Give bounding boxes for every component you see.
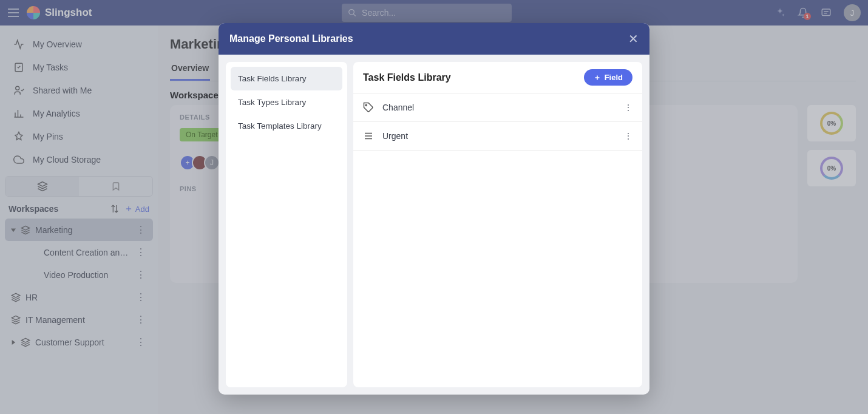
more-icon[interactable]: ⋮ — [624, 131, 632, 141]
add-field-button[interactable]: Field — [584, 69, 632, 86]
add-field-label: Field — [605, 73, 623, 82]
modal-nav: Task Fields Library Task Types Library T… — [226, 62, 347, 387]
svg-point-26 — [365, 104, 367, 106]
list-icon — [363, 131, 374, 141]
modal-nav-task-templates[interactable]: Task Templates Library — [231, 114, 342, 138]
plus-icon — [594, 74, 601, 81]
modal-nav-task-fields[interactable]: Task Fields Library — [231, 67, 342, 90]
more-icon[interactable]: ⋮ — [624, 103, 632, 112]
field-row-channel[interactable]: Channel ⋮ — [353, 93, 642, 122]
modal-overlay[interactable]: Manage Personal Libraries ✕ Task Fields … — [0, 0, 868, 414]
tag-icon — [363, 102, 374, 113]
modal-nav-task-types[interactable]: Task Types Library — [231, 90, 342, 114]
modal-content-title: Task Fields Library — [363, 72, 451, 83]
close-icon[interactable]: ✕ — [628, 32, 639, 46]
field-row-label: Channel — [382, 103, 414, 112]
modal-content: Task Fields Library Field Channel ⋮ Urge… — [353, 62, 642, 387]
modal-header: Manage Personal Libraries ✕ — [219, 23, 649, 55]
modal-content-header: Task Fields Library Field — [353, 62, 642, 93]
modal: Manage Personal Libraries ✕ Task Fields … — [219, 23, 649, 395]
modal-title: Manage Personal Libraries — [229, 33, 353, 44]
field-row-label: Urgent — [382, 131, 408, 141]
field-row-urgent[interactable]: Urgent ⋮ — [353, 122, 642, 151]
